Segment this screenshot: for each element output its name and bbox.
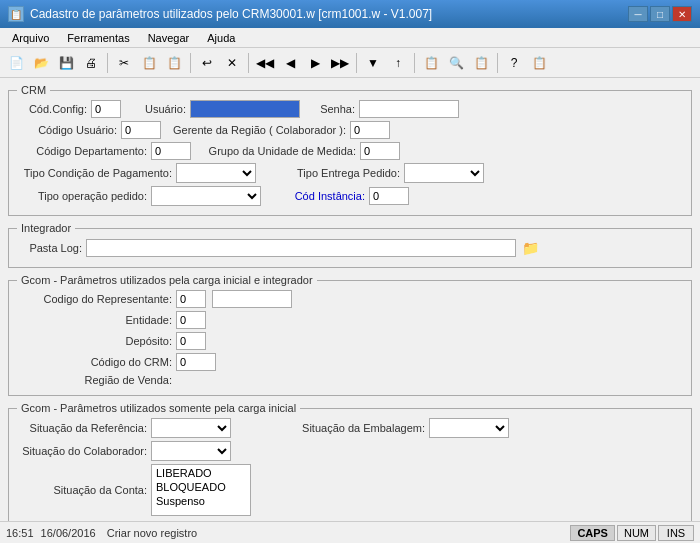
codigo-representante-input[interactable]	[176, 290, 206, 308]
export-button[interactable]: 📋	[469, 51, 493, 75]
entidade-input[interactable]	[176, 311, 206, 329]
crm-row1: Cód.Config: Usuário: Senha:	[17, 100, 683, 118]
integrador-row1: Pasta Log: 📁	[17, 238, 683, 258]
save-button[interactable]: 💾	[54, 51, 78, 75]
codigo-departamento-input[interactable]	[151, 142, 191, 160]
situacao-conta-listbox[interactable]: LIBERADO BLOQUEADO Suspenso	[151, 464, 251, 516]
menu-navegar[interactable]: Navegar	[140, 30, 198, 46]
first-button[interactable]: ◀◀	[253, 51, 277, 75]
info-button[interactable]: 📋	[527, 51, 551, 75]
status-info: 16:51 16/06/2016 Criar novo registro	[6, 527, 197, 539]
pasta-log-input[interactable]	[86, 239, 516, 257]
toolbar-sep-1	[107, 53, 108, 73]
status-badges: CAPS NUM INS	[570, 525, 694, 541]
integrador-legend: Integrador	[17, 222, 75, 234]
cancel-button[interactable]: ✕	[220, 51, 244, 75]
browse-folder-icon[interactable]: 📁	[520, 238, 540, 258]
gcom2-row2: Situação do Colaborador:	[17, 441, 683, 461]
gcom1-row2: Entidade:	[17, 311, 683, 329]
status-message: Criar novo registro	[107, 527, 197, 539]
situacao-colaborador-label: Situação do Colaborador:	[17, 445, 147, 457]
new-button[interactable]: 📄	[4, 51, 28, 75]
situacao-colaborador-select[interactable]	[151, 441, 231, 461]
menu-ajuda[interactable]: Ajuda	[199, 30, 243, 46]
codigo-crm-input[interactable]	[176, 353, 216, 371]
situacao-referencia-select[interactable]	[151, 418, 231, 438]
print-button[interactable]: 🖨	[79, 51, 103, 75]
window-title: Cadastro de parâmetros utilizados pelo C…	[30, 7, 432, 21]
listbox-item-bloqueado[interactable]: BLOQUEADO	[154, 480, 248, 494]
list-button[interactable]: 📋	[419, 51, 443, 75]
prev-button[interactable]: ◀	[278, 51, 302, 75]
undo-button[interactable]: ↩	[195, 51, 219, 75]
situacao-embalagem-select[interactable]	[429, 418, 509, 438]
toolbar: 📄 📂 💾 🖨 ✂ 📋 📋 ↩ ✕ ◀◀ ◀ ▶ ▶▶ ▼ ↑ 📋 🔍 📋 ? …	[0, 48, 700, 78]
senha-input[interactable]	[359, 100, 459, 118]
tipo-condicao-label: Tipo Condição de Pagamento:	[17, 167, 172, 179]
num-badge: NUM	[617, 525, 656, 541]
deposito-label: Depósito:	[17, 335, 172, 347]
toolbar-sep-3	[248, 53, 249, 73]
usuario-input[interactable]	[190, 100, 300, 118]
filter-button[interactable]: ▼	[361, 51, 385, 75]
crm-row4: Tipo Condição de Pagamento: Tipo Entrega…	[17, 163, 683, 183]
close-button[interactable]: ✕	[672, 6, 692, 22]
crm-row5: Tipo operação pedido: Cód Instância:	[17, 186, 683, 206]
caps-badge: CAPS	[570, 525, 615, 541]
codigo-representante-label: Codigo do Representante:	[17, 293, 172, 305]
gcom1-row5: Região de Venda:	[17, 374, 683, 386]
usuario-label: Usuário:	[131, 103, 186, 115]
minimize-button[interactable]: ─	[628, 6, 648, 22]
listbox-item-suspenso[interactable]: Suspenso	[154, 494, 248, 508]
next-button[interactable]: ▶	[303, 51, 327, 75]
cut-button[interactable]: ✂	[112, 51, 136, 75]
help-button[interactable]: ?	[502, 51, 526, 75]
gerente-label: Gerente da Região ( Colaborador ):	[171, 124, 346, 136]
tipo-condicao-select[interactable]	[176, 163, 256, 183]
gcom1-legend: Gcom - Parâmetros utilizados pela carga …	[17, 274, 317, 286]
ins-badge: INS	[658, 525, 694, 541]
menu-ferramentas[interactable]: Ferramentas	[59, 30, 137, 46]
title-bar: 📋 Cadastro de parâmetros utilizados pelo…	[0, 0, 700, 28]
situacao-referencia-label: Situação da Referência:	[17, 422, 147, 434]
codigo-usuario-label: Código Usuário:	[17, 124, 117, 136]
tipo-operacao-select[interactable]	[151, 186, 261, 206]
search-button[interactable]: 🔍	[444, 51, 468, 75]
gcom1-row1: Codigo do Representante:	[17, 290, 683, 308]
gcom2-row3: Situação da Conta: LIBERADO BLOQUEADO Su…	[17, 464, 683, 516]
entidade-label: Entidade:	[17, 314, 172, 326]
codigo-departamento-label: Código Departamento:	[17, 145, 147, 157]
deposito-input[interactable]	[176, 332, 206, 350]
cod-config-label: Cód.Config:	[17, 103, 87, 115]
toolbar-sep-5	[414, 53, 415, 73]
open-button[interactable]: 📂	[29, 51, 53, 75]
cod-instancia-label: Cód Instância:	[275, 190, 365, 202]
paste-button[interactable]: 📋	[162, 51, 186, 75]
listbox-item-liberado[interactable]: LIBERADO	[154, 466, 248, 480]
tipo-entrega-select[interactable]	[404, 163, 484, 183]
grupo-input[interactable]	[360, 142, 400, 160]
toolbar-sep-6	[497, 53, 498, 73]
status-time: 16:51	[6, 527, 34, 539]
crm-section: CRM Cód.Config: Usuário: Senha: Código U…	[8, 84, 692, 216]
cod-instancia-input[interactable]	[369, 187, 409, 205]
menu-bar: Arquivo Ferramentas Navegar Ajuda	[0, 28, 700, 48]
sort-button[interactable]: ↑	[386, 51, 410, 75]
integrador-section: Integrador Pasta Log: 📁	[8, 222, 692, 268]
maximize-button[interactable]: □	[650, 6, 670, 22]
tipo-entrega-label: Tipo Entrega Pedido:	[270, 167, 400, 179]
codigo-representante-desc[interactable]	[212, 290, 292, 308]
gerente-input[interactable]	[350, 121, 390, 139]
gcom2-row1: Situação da Referência: Situação da Emba…	[17, 418, 683, 438]
crm-row2: Código Usuário: Gerente da Região ( Cola…	[17, 121, 683, 139]
last-button[interactable]: ▶▶	[328, 51, 352, 75]
cod-config-input[interactable]	[91, 100, 121, 118]
copy-button[interactable]: 📋	[137, 51, 161, 75]
main-content: CRM Cód.Config: Usuário: Senha: Código U…	[0, 78, 700, 521]
app-icon: 📋	[8, 6, 24, 22]
crm-row3: Código Departamento: Grupo da Unidade de…	[17, 142, 683, 160]
codigo-usuario-input[interactable]	[121, 121, 161, 139]
senha-label: Senha:	[310, 103, 355, 115]
menu-arquivo[interactable]: Arquivo	[4, 30, 57, 46]
regiao-venda-label: Região de Venda:	[17, 374, 172, 386]
